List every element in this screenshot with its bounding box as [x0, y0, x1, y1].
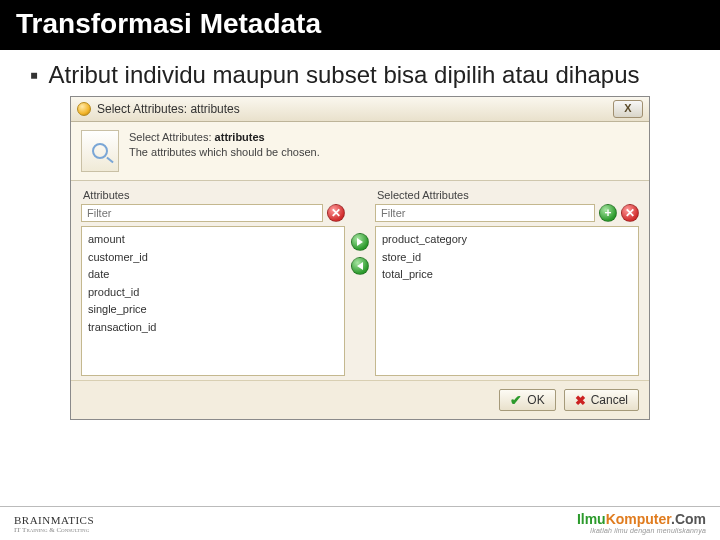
- move-left-button[interactable]: [351, 257, 369, 275]
- clear-available-filter-button[interactable]: ✕: [327, 204, 345, 222]
- selected-filter-row: + ✕: [375, 204, 639, 222]
- list-item[interactable]: customer_id: [88, 249, 338, 267]
- check-icon: ✔: [510, 392, 522, 408]
- dialog-button-bar: ✔ OK ✖ Cancel: [71, 380, 649, 419]
- description-icon: [81, 130, 119, 172]
- list-item[interactable]: product_category: [382, 231, 632, 249]
- selected-label: Selected Attributes: [377, 189, 639, 201]
- cancel-x-icon: ✖: [575, 393, 586, 408]
- list-item[interactable]: transaction_id: [88, 319, 338, 337]
- ok-button-label: OK: [527, 393, 544, 407]
- ok-button[interactable]: ✔ OK: [499, 389, 555, 411]
- list-item[interactable]: date: [88, 266, 338, 284]
- list-item[interactable]: store_id: [382, 249, 632, 267]
- app-ball-icon: [77, 102, 91, 116]
- bullet-text: Atribut individu maupun subset bisa dipi…: [49, 60, 640, 90]
- available-filter-input[interactable]: [81, 204, 323, 222]
- list-item[interactable]: single_price: [88, 301, 338, 319]
- description-text-block: Select Attributes: Select Attributes: at…: [129, 130, 320, 160]
- available-filter-row: ✕: [81, 204, 345, 222]
- bullet-item: ▪ Atribut individu maupun subset bisa di…: [30, 60, 690, 90]
- dialog-title-text: Select Attributes: attributes: [97, 102, 607, 116]
- brainmatics-logo-text: BRAINMATICS: [14, 514, 94, 526]
- magnifier-icon: [92, 143, 108, 159]
- plus-icon: +: [604, 207, 611, 219]
- footer-left-brand: BRAINMATICS IT Training & Consulting: [14, 514, 94, 534]
- footer-right-brand: IlmuKomputer.Com Ikatlah ilmu dengan men…: [577, 511, 706, 534]
- cancel-button[interactable]: ✖ Cancel: [564, 389, 639, 411]
- arrow-left-icon: [355, 261, 365, 271]
- slide-title-bar: Transformasi Metadata: [0, 0, 720, 50]
- brainmatics-tagline: IT Training & Consulting: [14, 526, 94, 534]
- dialog-titlebar: Select Attributes: attributes X: [71, 97, 649, 122]
- ilmukomputer-tagline: Ikatlah ilmu dengan menuliskannya: [577, 527, 706, 534]
- dialog-description-bar: Select Attributes: Select Attributes: at…: [71, 122, 649, 181]
- list-item[interactable]: total_price: [382, 266, 632, 284]
- available-pane: Attributes ✕ amountcustomer_iddateproduc…: [81, 187, 345, 376]
- x-icon: ✕: [331, 207, 341, 219]
- close-button[interactable]: X: [613, 100, 643, 118]
- available-listbox[interactable]: amountcustomer_iddateproduct_idsingle_pr…: [81, 226, 345, 376]
- dialog-container: Select Attributes: attributes X Select A…: [0, 96, 720, 420]
- selected-listbox[interactable]: product_categorystore_idtotal_price: [375, 226, 639, 376]
- arrow-right-icon: [355, 237, 365, 247]
- slide-footer: BRAINMATICS IT Training & Consulting Ilm…: [0, 506, 720, 540]
- description-body: The attributes which should be chosen.: [129, 145, 320, 160]
- selected-pane: Selected Attributes + ✕ product_category…: [375, 187, 639, 376]
- move-right-button[interactable]: [351, 233, 369, 251]
- add-selected-button[interactable]: +: [599, 204, 617, 222]
- list-item[interactable]: amount: [88, 231, 338, 249]
- transfer-controls: [345, 233, 375, 275]
- bullet-marker: ▪: [30, 60, 39, 90]
- bullet-area: ▪ Atribut individu maupun subset bisa di…: [0, 50, 720, 96]
- list-item[interactable]: product_id: [88, 284, 338, 302]
- description-heading: Select Attributes: Select Attributes: at…: [129, 130, 320, 145]
- ilmukomputer-logo: IlmuKomputer.Com: [577, 511, 706, 527]
- clear-selected-filter-button[interactable]: ✕: [621, 204, 639, 222]
- slide-title: Transformasi Metadata: [16, 8, 321, 39]
- select-attributes-dialog: Select Attributes: attributes X Select A…: [70, 96, 650, 420]
- selected-filter-input[interactable]: [375, 204, 595, 222]
- cancel-button-label: Cancel: [591, 393, 628, 407]
- transfer-columns: Attributes ✕ amountcustomer_iddateproduc…: [71, 181, 649, 380]
- available-label: Attributes: [83, 189, 345, 201]
- x-icon: ✕: [625, 207, 635, 219]
